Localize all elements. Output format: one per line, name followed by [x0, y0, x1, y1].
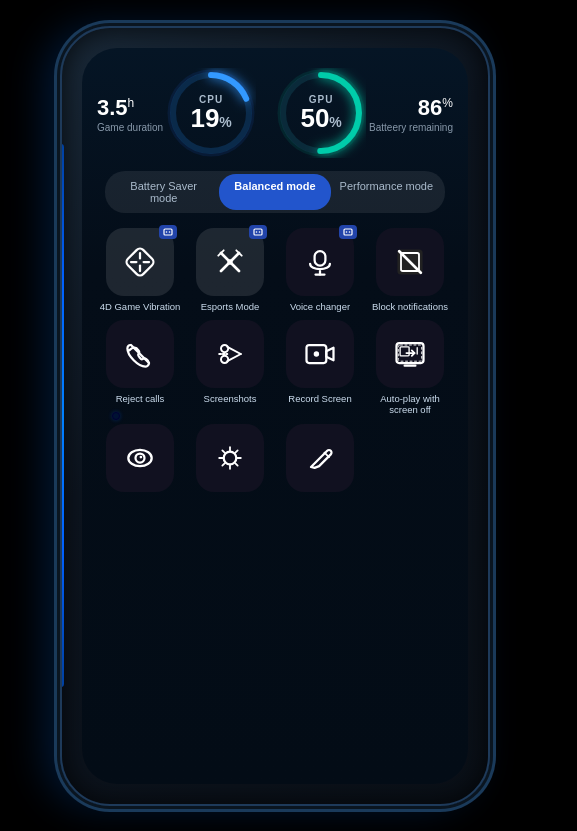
cpu-value: 19% — [190, 105, 231, 131]
gauges-container: CPU 19% — [166, 68, 366, 158]
balanced-mode-tab[interactable]: Balanced mode — [219, 174, 330, 210]
svg-point-39 — [314, 351, 319, 356]
game-vibration-label: 4D Game Vibration — [100, 301, 181, 312]
record-screen-icon-wrap — [286, 320, 354, 388]
esports-mode-icon-wrap — [196, 228, 264, 296]
svg-point-16 — [259, 231, 261, 233]
action-placeholder — [369, 424, 451, 492]
block-notifications-icon — [392, 244, 428, 280]
autoplay-icon — [392, 336, 428, 372]
action-autoplay[interactable]: Auto-play with screen off — [369, 320, 451, 416]
brightness-icon — [212, 440, 248, 476]
front-camera — [112, 412, 120, 420]
actions-row-1: 4D Game Vibration — [97, 228, 453, 312]
svg-rect-22 — [344, 229, 352, 235]
svg-line-56 — [325, 452, 330, 457]
block-notifications-label: Block notifications — [372, 301, 448, 312]
action-game-vibration[interactable]: 4D Game Vibration — [99, 228, 181, 312]
actions-row-3 — [97, 424, 453, 492]
eye-comfort-icon — [122, 440, 158, 476]
svg-line-34 — [227, 347, 241, 354]
screen-content: 3.5h Game duration — [82, 48, 468, 784]
svg-rect-6 — [164, 229, 172, 235]
phone-shell: 3.5h Game duration — [60, 26, 490, 806]
reject-calls-icon — [122, 336, 158, 372]
action-reject-calls[interactable]: Reject calls — [99, 320, 181, 416]
action-notes[interactable] — [279, 424, 361, 492]
battery-value: 86% — [418, 97, 453, 119]
esports-mode-icon — [212, 244, 248, 280]
action-eye-comfort[interactable] — [99, 424, 181, 492]
svg-line-52 — [222, 450, 225, 453]
svg-point-46 — [140, 455, 143, 458]
battery-label: Batteery remaining — [369, 122, 453, 133]
svg-point-47 — [224, 451, 237, 464]
phone-container: 3.5h Game duration — [0, 0, 577, 831]
screenshots-icon — [212, 336, 248, 372]
block-notifications-icon-wrap — [376, 228, 444, 296]
svg-point-23 — [346, 231, 348, 233]
action-voice-changer[interactable]: Voice changer — [279, 228, 361, 312]
volume-down-button[interactable] — [60, 322, 61, 362]
game-duration-value: 3.5h — [97, 97, 134, 119]
game-vibration-icon — [122, 244, 158, 280]
screen: 3.5h Game duration — [82, 48, 468, 784]
svg-marker-38 — [326, 348, 333, 361]
autoplay-icon-wrap — [376, 320, 444, 388]
action-brightness[interactable] — [189, 424, 271, 492]
svg-line-35 — [227, 354, 241, 361]
esports-mode-label: Esports Mode — [201, 301, 260, 312]
brightness-icon-wrap — [196, 424, 264, 492]
svg-line-53 — [235, 463, 238, 466]
performance-mode-tab[interactable]: Performance mode — [331, 174, 442, 210]
svg-point-15 — [256, 231, 258, 233]
screenshots-label: Screenshots — [204, 393, 257, 404]
svg-point-21 — [227, 259, 232, 264]
cpu-gauge: CPU 19% — [166, 68, 256, 158]
action-block-notifications[interactable]: Block notifications — [369, 228, 451, 312]
svg-point-7 — [166, 231, 168, 233]
autoplay-label: Auto-play with screen off — [369, 393, 451, 416]
voice-changer-icon-wrap — [286, 228, 354, 296]
svg-rect-42 — [400, 347, 409, 356]
gpu-gauge: GPU 50% — [276, 68, 366, 158]
gpu-value: 50% — [300, 105, 341, 131]
svg-point-24 — [349, 231, 351, 233]
volume-up-button[interactable] — [60, 222, 61, 262]
game-vibration-icon-wrap — [106, 228, 174, 296]
esports-badge — [249, 225, 267, 239]
svg-rect-25 — [315, 251, 326, 265]
record-screen-label: Record Screen — [288, 393, 351, 404]
gpu-gauge-inner: GPU 50% — [300, 94, 341, 131]
eye-comfort-icon-wrap — [106, 424, 174, 492]
reject-calls-label: Reject calls — [116, 393, 165, 404]
voice-changer-icon — [302, 244, 338, 280]
battery-saver-tab[interactable]: Battery Saver mode — [108, 174, 219, 210]
actions-row-2: Reject calls — [97, 320, 453, 416]
screenshots-icon-wrap — [196, 320, 264, 388]
svg-point-8 — [169, 231, 171, 233]
game-duration-stat: 3.5h Game duration — [97, 97, 163, 132]
action-esports-mode[interactable]: Esports Mode — [189, 228, 271, 312]
game-vibration-badge — [159, 225, 177, 239]
svg-line-54 — [235, 450, 238, 453]
svg-rect-14 — [254, 229, 262, 235]
notes-icon-wrap — [286, 424, 354, 492]
action-screenshots[interactable]: Screenshots — [189, 320, 271, 416]
battery-stat: 86% Batteery remaining — [369, 97, 453, 132]
reject-calls-icon-wrap — [106, 320, 174, 388]
voice-changer-label: Voice changer — [290, 301, 350, 312]
game-duration-label: Game duration — [97, 122, 163, 133]
record-screen-icon — [302, 336, 338, 372]
svg-line-55 — [222, 463, 225, 466]
cpu-gauge-inner: CPU 19% — [190, 94, 231, 131]
action-record-screen[interactable]: Record Screen — [279, 320, 361, 416]
svg-rect-9 — [125, 246, 156, 277]
voice-changer-badge — [339, 225, 357, 239]
mode-tabs: Battery Saver mode Balanced mode Perform… — [105, 171, 445, 213]
notes-icon — [302, 440, 338, 476]
